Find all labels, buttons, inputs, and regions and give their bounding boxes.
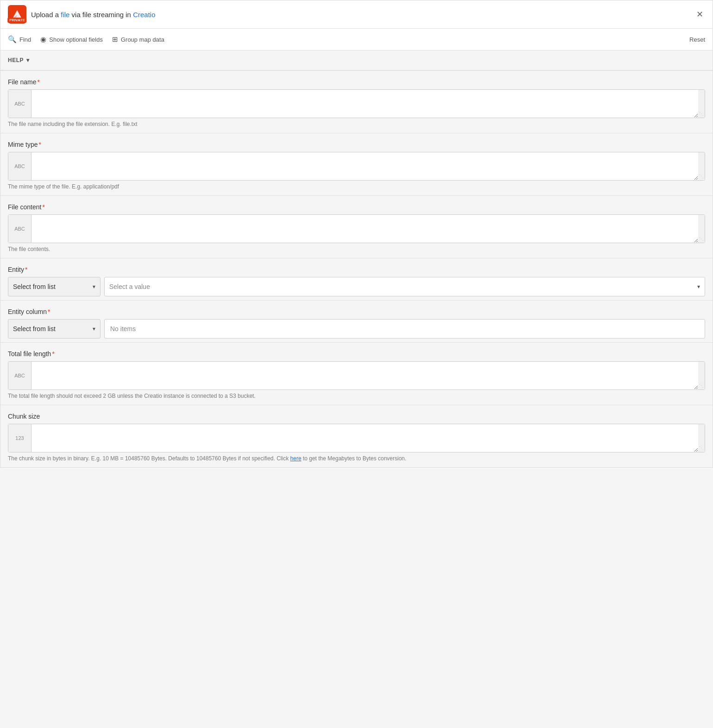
help-toggle-button[interactable]: HELP ▾ <box>8 57 30 63</box>
file-content-hint: The file contents. <box>8 246 705 252</box>
title-bar-left: PRIVATE Upload a file via file streaming… <box>8 5 156 24</box>
show-optional-button[interactable]: ◉ Show optional fields <box>40 33 103 45</box>
entity-chevron-icon: ▾ <box>93 283 95 290</box>
chunk-size-input[interactable] <box>31 424 698 452</box>
file-content-input-wrapper: ABC ⋱ <box>8 214 705 243</box>
resize-handle-3: ⋱ <box>698 215 705 243</box>
eye-icon: ◉ <box>40 35 46 44</box>
total-file-length-label: Total file length* <box>8 350 705 358</box>
file-content-input[interactable] <box>31 215 698 243</box>
entity-select-text: Select from list <box>13 283 56 290</box>
file-name-input[interactable] <box>31 90 698 118</box>
entity-section: Entity* Select from list ▾ Select a valu… <box>0 258 713 300</box>
entity-value-text: Select a value <box>109 283 150 290</box>
entity-value-chevron-icon: ▾ <box>697 283 700 290</box>
resize-handle-4: ⋱ <box>698 362 705 389</box>
entity-value-select[interactable]: Select a value ▾ <box>104 277 705 296</box>
entity-label: Entity* <box>8 266 705 273</box>
file-content-section: File content* ABC ⋱ The file contents. <box>0 196 713 258</box>
entity-column-select-row: Select from list ▾ No items <box>8 319 705 339</box>
chunk-size-label: Chunk size <box>8 413 705 420</box>
grid-icon: ⊞ <box>112 35 118 44</box>
entity-column-select-text: Select from list <box>13 325 56 333</box>
chunk-size-badge: 123 <box>8 424 31 452</box>
resize-handle-2: ⋱ <box>698 152 705 180</box>
creatio-link[interactable]: Creatio <box>133 11 155 19</box>
bytes-conversion-link[interactable]: here <box>290 455 301 462</box>
close-button[interactable]: ✕ <box>694 8 705 20</box>
title-bar: PRIVATE Upload a file via file streaming… <box>0 0 713 29</box>
mime-type-input[interactable] <box>31 152 698 180</box>
file-name-type-badge: ABC <box>8 90 31 118</box>
content-area: HELP ▾ File name* ABC ⋱ The file name in… <box>0 50 713 467</box>
entity-column-no-items: No items <box>104 319 705 339</box>
private-badge: PRIVATE <box>7 18 26 23</box>
total-file-length-hint: The total file length should not exceed … <box>8 393 705 399</box>
toolbar: 🔍 Find ◉ Show optional fields ⊞ Group ma… <box>0 29 713 50</box>
entity-column-chevron-icon: ▾ <box>93 326 95 332</box>
entity-select-left: Select from list ▾ <box>8 277 100 296</box>
file-link[interactable]: file <box>61 11 69 19</box>
help-section: HELP ▾ <box>0 50 713 70</box>
search-icon: 🔍 <box>8 35 17 44</box>
resize-handle: ⋱ <box>698 90 705 118</box>
file-content-badge: ABC <box>8 215 31 243</box>
entity-column-select-left: Select from list ▾ <box>8 319 100 339</box>
chunk-size-input-wrapper: 123 ⋱ <box>8 424 705 452</box>
entity-select-list[interactable]: Select from list ▾ <box>8 277 100 296</box>
entity-column-select-list[interactable]: Select from list ▾ <box>8 319 100 339</box>
mime-type-section: Mime type* ABC ⋱ The mime type of the fi… <box>0 133 713 195</box>
resize-handle-5: ⋱ <box>698 424 705 452</box>
file-name-label: File name* <box>8 78 705 86</box>
total-file-length-input[interactable] <box>31 362 698 389</box>
entity-select-row: Select from list ▾ Select a value ▾ <box>8 277 705 296</box>
mime-type-label: Mime type* <box>8 141 705 148</box>
entity-column-label: Entity column* <box>8 308 705 315</box>
file-name-section: File name* ABC ⋱ The file name including… <box>0 71 713 133</box>
total-file-length-section: Total file length* ABC ⋱ The total file … <box>0 343 713 405</box>
reset-button[interactable]: Reset <box>689 34 705 45</box>
entity-select-right: Select a value ▾ <box>104 277 705 296</box>
chunk-size-section: Chunk size 123 ⋱ The chunk size in bytes… <box>0 405 713 467</box>
find-button[interactable]: 🔍 Find <box>8 33 31 45</box>
chevron-down-icon: ▾ <box>26 57 30 63</box>
mime-type-badge: ABC <box>8 152 31 180</box>
toolbar-left: 🔍 Find ◉ Show optional fields ⊞ Group ma… <box>8 33 164 45</box>
file-content-label: File content* <box>8 203 705 211</box>
mime-type-input-wrapper: ABC ⋱ <box>8 152 705 181</box>
chunk-size-hint: The chunk size in bytes in binary. E.g. … <box>8 455 705 462</box>
app-logo: PRIVATE <box>8 5 26 24</box>
total-file-length-badge: ABC <box>8 362 31 389</box>
group-map-button[interactable]: ⊞ Group map data <box>112 33 164 45</box>
file-name-input-wrapper: ABC ⋱ <box>8 89 705 118</box>
mime-type-hint: The mime type of the file. E.g. applicat… <box>8 183 705 190</box>
window-title: Upload a file via file streaming in Crea… <box>31 11 156 19</box>
entity-column-section: Entity column* Select from list ▾ No ite… <box>0 301 713 342</box>
file-name-hint: The file name including the file extensi… <box>8 121 705 127</box>
total-file-length-input-wrapper: ABC ⋱ <box>8 361 705 390</box>
